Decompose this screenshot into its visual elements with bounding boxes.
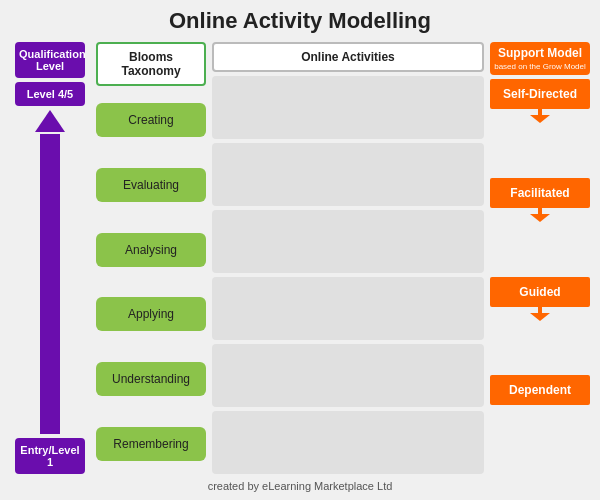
online-item-3: [212, 210, 484, 273]
blooms-header: Blooms Taxonomy: [96, 42, 206, 86]
bloom-analysing: Analysing: [96, 233, 206, 267]
arrow-up-icon: [35, 110, 65, 132]
support-facilitated: Facilitated: [490, 178, 590, 208]
bloom-understanding: Understanding: [96, 362, 206, 396]
support-self-directed-block: Self-Directed: [490, 79, 590, 176]
blooms-items-list: Creating Evaluating Analysing Applying U…: [96, 90, 206, 474]
online-item-2: [212, 143, 484, 206]
support-header: Support Model: [490, 42, 590, 62]
support-self-directed: Self-Directed: [490, 79, 590, 109]
main-container: Online Activity Modelling Qualification …: [0, 0, 600, 500]
content-grid: Qualification Level Level 4/5 Entry/Leve…: [10, 42, 590, 474]
support-subheader: based on the Grow Model: [490, 62, 590, 75]
arrow-down-2: [530, 214, 550, 222]
bloom-remembering: Remembering: [96, 427, 206, 461]
arrow-line: [40, 134, 60, 434]
col-blooms: Blooms Taxonomy Creating Evaluating Anal…: [96, 42, 206, 474]
support-dependent-block: Dependent: [490, 375, 590, 472]
online-item-6: [212, 411, 484, 474]
online-item-5: [212, 344, 484, 407]
bloom-creating: Creating: [96, 103, 206, 137]
col-qualification: Qualification Level Level 4/5 Entry/Leve…: [10, 42, 90, 474]
support-items-list: Self-Directed Facilitated Guided: [490, 79, 590, 474]
qualification-arrow-area: Level 4/5 Entry/Level 1: [15, 82, 85, 474]
main-title: Online Activity Modelling: [10, 8, 590, 34]
online-items-list: [212, 76, 484, 474]
footer-text: created by eLearning Marketplace Ltd: [10, 480, 590, 492]
support-guided: Guided: [490, 277, 590, 307]
qualification-arrow-shaft: [35, 110, 65, 434]
qualification-header: Qualification Level: [15, 42, 85, 78]
level-bottom-label: Entry/Level 1: [15, 438, 85, 474]
support-guided-block: Guided: [490, 277, 590, 374]
online-header: Online Activities: [212, 42, 484, 72]
col-support: Support Model based on the Grow Model Se…: [490, 42, 590, 474]
online-item-4: [212, 277, 484, 340]
level-top-label: Level 4/5: [15, 82, 85, 106]
arrow-down-3: [530, 313, 550, 321]
online-item-1: [212, 76, 484, 139]
col-online: Online Activities: [212, 42, 484, 474]
support-facilitated-block: Facilitated: [490, 178, 590, 275]
bloom-applying: Applying: [96, 297, 206, 331]
bloom-evaluating: Evaluating: [96, 168, 206, 202]
arrow-down-1: [530, 115, 550, 123]
support-dependent: Dependent: [490, 375, 590, 405]
